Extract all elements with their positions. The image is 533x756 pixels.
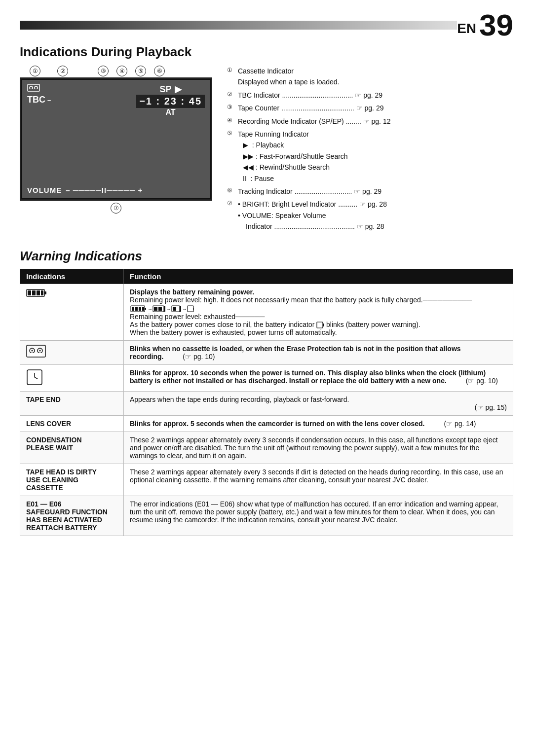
indication-condensation: CONDENSATIONPLEASE WAIT [20,432,124,464]
sp-row: SP ▶ [160,84,182,95]
error-label: E01 — E06SAFEGUARD FUNCTIONHAS BEEN ACTI… [26,500,108,532]
col1-header: Indications [20,269,124,284]
note-5-title: Tape Running Indicator [238,129,348,140]
page-number: 39 [479,10,513,40]
note-1-num: ① [227,66,235,88]
function-tape-head: These 2 warnings appear alternately ever… [124,464,513,496]
tbc-indicator: TBC – [27,84,51,105]
function-tape-end: Appears when the tape ends during record… [124,392,513,416]
callout-4: ④ [116,66,127,76]
cassette-svg [27,84,40,92]
bat-fn-2: Remaining power level: high. It does not… [130,296,507,312]
note-5-content: Tape Running Indicator ▶ : Playback ▶▶ :… [238,129,348,184]
callout-5: ⑤ [135,66,146,76]
svg-rect-8 [37,290,40,295]
tape-end-label: TAPE END [26,396,61,403]
function-clock: Blinks for approx. 10 seconds when the p… [124,365,513,392]
bat-fn-3: Remaining power level: exhausted────── [130,313,507,321]
svg-rect-14 [142,307,144,311]
svg-rect-26 [188,306,193,312]
function-error: The error indications (E01 — E06) show w… [124,496,513,536]
svg-rect-9 [41,290,43,295]
note-5-sub1: ▶ : Playback [243,140,348,150]
function-lens-cover: Blinks for approx. 5 seconds when the ca… [124,416,513,432]
svg-rect-24 [180,306,181,312]
note-7: ⑦ • BRIGHT: Bright Level Indicator .....… [227,199,513,232]
table-row: Blinks for approx. 10 seconds when the p… [20,365,513,392]
svg-rect-12 [135,307,138,311]
screen-diagram: ① ② ③ ④ ⑤ ⑥ [20,66,212,234]
table-row: TAPE HEAD IS DIRTYUSE CLEANINGCASSETTE T… [20,464,513,496]
playback-section-title: Indications During Playback [20,44,513,60]
svg-rect-27 [193,308,194,310]
table-row: CONDENSATIONPLEASE WAIT These 2 warnings… [20,432,513,464]
note-7-num: ⑦ [227,199,235,232]
battery-levels-svg: → → → [130,305,194,313]
note-6: ⑥ Tracking Indicator ...................… [227,186,513,197]
svg-rect-20 [164,306,165,312]
at-label: AT [166,108,176,117]
note-5: ⑤ Tape Running Indicator ▶ : Playback ▶▶… [227,129,513,184]
screen-top-row: TBC – SP ▶ −1 : 23 : 45 AT [27,84,205,117]
warning-section-title: Warning Indications [20,249,513,264]
cassette-display [27,84,40,94]
battery-full-icon [26,288,47,298]
bat-fn-1: Displays the battery remaining power. [130,288,507,296]
note-4-text: Recording Mode Indicator (SP/EP) .......… [238,116,390,127]
condensation-label: CONDENSATIONPLEASE WAIT [26,436,82,452]
header-gradient-bar [20,21,457,30]
note-3-num: ③ [227,103,235,113]
svg-rect-29 [323,324,324,326]
cassette-area [27,84,51,94]
function-battery: Displays the battery remaining power. Re… [124,284,513,341]
indication-tape-head: TAPE HEAD IS DIRTYUSE CLEANINGCASSETTE [20,464,124,496]
svg-rect-13 [139,307,141,311]
note-3: ③ Tape Counter .........................… [227,103,513,113]
svg-rect-5 [44,291,46,294]
note-2: ② TBC Indicator ........................… [227,90,513,101]
bottom-callout-row: ⑦ [20,201,212,214]
note-3-text: Tape Counter ...........................… [238,103,383,113]
svg-rect-34 [30,354,42,357]
note-5-sub3: ◀◀ : Rewind/Shuttle Search [243,162,348,173]
cassette-warn-icon [26,345,46,358]
svg-point-35 [32,350,33,352]
note-1: ① Cassette Indicator Displayed when a ta… [227,66,513,88]
tape-end-ref: (☞ pg. 15) [475,403,507,411]
indication-error: E01 — E06SAFEGUARD FUNCTIONHAS BEEN ACTI… [20,496,124,536]
note-7-indicator: Indicator ..............................… [246,221,387,232]
time-display: −1 : 23 : 45 [136,95,205,108]
table-row: Displays the battery remaining power. Re… [20,284,513,341]
screen-outer: TBC – SP ▶ −1 : 23 : 45 AT [20,77,212,201]
svg-rect-19 [158,307,162,311]
svg-rect-23 [173,307,176,311]
svg-rect-28 [317,322,323,328]
col2-header: Function [124,269,513,284]
battery-empty-inline [316,322,324,328]
indication-lens-cover: LENS COVER [20,416,124,432]
note-6-text: Tracking Indicator .....................… [238,186,381,197]
callout-3: ③ [98,66,109,76]
svg-rect-3 [30,89,38,91]
note-5-num: ⑤ [227,129,235,184]
tape-head-label: TAPE HEAD IS DIRTYUSE CLEANINGCASSETTE [26,468,97,492]
svg-rect-11 [132,307,134,311]
function-cassette: Blinks when no cassette is loaded, or wh… [124,341,513,365]
svg-rect-7 [32,290,36,295]
function-condensation: These 2 warnings appear alternately ever… [124,432,513,464]
svg-text:→: → [166,306,171,312]
note-7-volume: • VOLUME: Speaker Volume [238,210,387,221]
note-5-sub4: II : Pause [243,173,348,184]
note-2-num: ② [227,90,235,101]
callout-1: ① [30,66,40,76]
bat-fn-5: When the battery power is exhausted, pow… [130,328,507,336]
callout-2: ② [57,66,68,76]
svg-rect-6 [28,290,31,295]
note-7-bright: • BRIGHT: Bright Level Indicator .......… [238,199,387,210]
playback-notes: ① Cassette Indicator Displayed when a ta… [227,66,513,234]
playback-section: ① ② ③ ④ ⑤ ⑥ [20,66,513,234]
volume-label: VOLUME [27,186,62,194]
table-row: TAPE END Appears when the tape ends duri… [20,392,513,416]
sp-area: SP ▶ −1 : 23 : 45 AT [136,84,205,117]
tbc-line: TBC – [27,95,51,105]
